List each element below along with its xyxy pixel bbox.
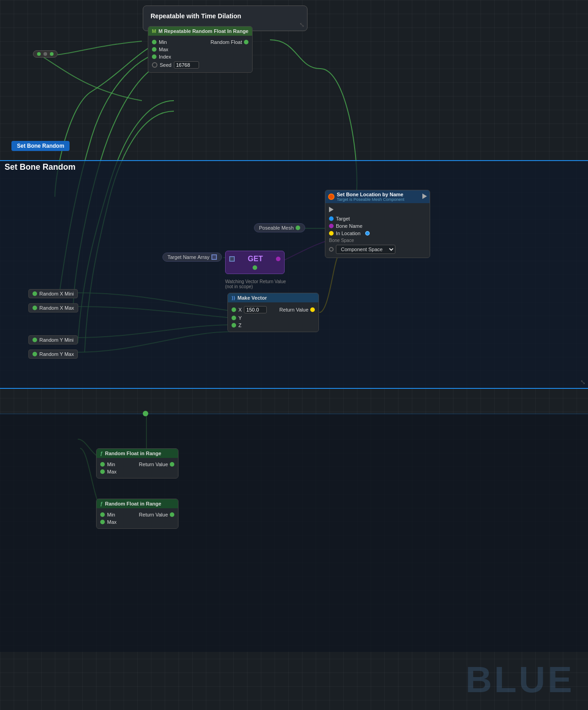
target-name-array-pill: Target Name Array xyxy=(162,253,222,262)
node2-max-label: Max xyxy=(159,47,168,52)
random-x-max-node: Random X Max xyxy=(28,303,78,312)
rfi1-min-row: Min Return Value xyxy=(100,461,174,468)
rfi2-min-label: Min xyxy=(107,512,115,517)
bone-space-hollow-pin xyxy=(329,247,334,252)
rfi2-return-label: Return Value xyxy=(139,512,168,517)
connector-bar[interactable] xyxy=(33,50,58,58)
node2-body: Min Random Float Max Index Seed xyxy=(148,36,252,72)
set-bone-name-row: Bone Name xyxy=(329,222,426,230)
random-y-max-label: Random Y Max xyxy=(39,351,74,357)
watching-vector-text: Watching Vector Return Value (not in sco… xyxy=(225,279,286,289)
set-bone-location-header: Set Bone Location by Name Target is Pose… xyxy=(325,190,430,203)
make-vector-y-label: Y xyxy=(238,315,242,321)
rfi1-return-label: Return Value xyxy=(139,462,168,467)
set-bone-section: ⤡ xyxy=(0,160,588,389)
node2-seed-input[interactable] xyxy=(174,61,199,69)
set-bone-location-title: Set Bone Location by Name xyxy=(337,192,405,197)
rfi2-min-pin xyxy=(100,512,105,517)
rfi2-header: ƒ Random Float in Range xyxy=(97,499,178,508)
make-vector-node: ⟩⟩ Make Vector X Return Value Y Z xyxy=(227,293,319,332)
node2-random-float-label: Random Float xyxy=(210,39,242,45)
rfi2-header-text: Random Float in Range xyxy=(105,501,162,506)
node2-random-float-pin xyxy=(244,40,248,44)
set-bone-space-select-row: Component Space World Space Local Space xyxy=(329,244,426,255)
target-label: Target xyxy=(336,216,350,221)
rfi1-max-row: Max xyxy=(100,468,174,475)
rfi1-min-label: Min xyxy=(107,462,115,467)
connector-dot-1 xyxy=(37,52,41,56)
poseable-mesh-node: Poseable Mesh xyxy=(254,223,305,232)
exec-in-pin xyxy=(329,207,334,212)
make-vector-x-label: X xyxy=(238,307,242,312)
make-vector-y-pin xyxy=(232,316,236,320)
node2-m-icon: M xyxy=(152,28,156,34)
watching-vector-line1: Watching Vector Return Value xyxy=(225,279,286,284)
set-bone-resize-handle[interactable]: ⤡ xyxy=(580,378,586,386)
make-vector-x-row: X Return Value xyxy=(232,305,315,314)
random-x-mini-label: Random X Mini xyxy=(39,291,74,296)
random-y-mini-node: Random Y Mini xyxy=(28,335,78,344)
random-x-max-label: Random X Max xyxy=(39,305,74,311)
rfi2-return-pin xyxy=(170,512,174,517)
random-y-max-node: Random Y Max xyxy=(28,350,78,359)
node2-header-text: M Repeatable Random Float In Range xyxy=(158,28,248,34)
poseable-mesh-label: Poseable Mesh xyxy=(259,225,294,231)
node2-min-label: Min xyxy=(159,39,167,45)
get-node: GET xyxy=(225,251,285,274)
make-vector-z-row: Z xyxy=(232,322,315,329)
exec-out-icon xyxy=(422,194,427,199)
connector-dot-2 xyxy=(43,52,47,56)
ry-mini-pin xyxy=(32,338,37,342)
make-vector-return-out: Return Value xyxy=(280,307,315,312)
target-name-array-node: Target Name Array xyxy=(162,253,222,262)
make-vector-x-input[interactable] xyxy=(244,306,267,313)
node2-max-row: Max xyxy=(152,46,248,53)
make-vector-x-pin xyxy=(232,307,236,312)
in-location-pin xyxy=(329,231,334,236)
rfi1-body: Min Return Value Max xyxy=(97,458,178,478)
make-vector-header-text: Make Vector xyxy=(237,295,267,301)
rfi-node-1: ƒ Random Float in Range Min Return Value… xyxy=(96,448,178,479)
repeatable-node-2-header: M M Repeatable Random Float In Range xyxy=(148,27,252,36)
rfi2-max-pin xyxy=(100,520,105,524)
rfi1-return-pin xyxy=(170,462,174,467)
repeatable-container: Repeatable with Time Dilation M M Repeat… xyxy=(143,5,307,31)
rfi1-f-icon: ƒ xyxy=(100,451,103,456)
node2-random-float-out: Random Float xyxy=(210,39,248,45)
bone-name-pin xyxy=(329,224,334,228)
rfi-node-2: ƒ Random Float in Range Min Return Value… xyxy=(96,499,178,529)
rfi2-max-row: Max xyxy=(100,518,174,526)
set-bone-small-label: Set Bone Random xyxy=(11,141,70,151)
rfi2-max-label: Max xyxy=(107,519,117,525)
in-location-icon xyxy=(365,231,370,236)
rx-max-pin xyxy=(32,306,37,310)
bone-space-select[interactable]: Component Space World Space Local Space xyxy=(336,245,395,254)
node2-index-label: Index xyxy=(159,54,171,59)
rfi2-f-icon: ƒ xyxy=(100,501,103,506)
bone-name-label: Bone Name xyxy=(336,223,362,229)
rfi1-header-text: Random Float in Range xyxy=(105,451,162,456)
set-bone-location-icon xyxy=(328,194,334,200)
node2-min-row: Min Random Float xyxy=(152,38,248,46)
set-bone-location-subtitle: Target is Poseable Mesh Component xyxy=(337,197,405,202)
make-vector-y-row: Y xyxy=(232,314,315,322)
bottom-section xyxy=(0,414,588,652)
poseable-mesh-out-pin xyxy=(296,226,300,230)
target-name-array-label: Target Name Array xyxy=(167,254,210,260)
set-bone-in-location-row: In Location xyxy=(329,230,426,237)
node2-min-pin xyxy=(152,40,156,44)
node2-seed-row: Seed xyxy=(152,60,248,70)
get-index-pin xyxy=(253,265,257,270)
rfi2-min-row: Min Return Value xyxy=(100,511,174,518)
node2-seed-pin xyxy=(152,62,157,68)
resize-handle[interactable]: ⤡ xyxy=(299,21,305,28)
node2-index-row: Index xyxy=(152,53,248,60)
rfi1-max-label: Max xyxy=(107,469,117,474)
target-name-array-out-pin xyxy=(211,254,217,260)
make-vector-z-pin xyxy=(232,323,236,328)
set-bone-location-body: Target Bone Name In Location Bone Space … xyxy=(325,203,430,258)
make-vector-z-label: Z xyxy=(238,323,242,328)
rfi1-max-pin xyxy=(100,469,105,474)
make-vector-body: X Return Value Y Z xyxy=(228,302,318,332)
set-bone-space-row: Bone Space xyxy=(329,237,426,244)
